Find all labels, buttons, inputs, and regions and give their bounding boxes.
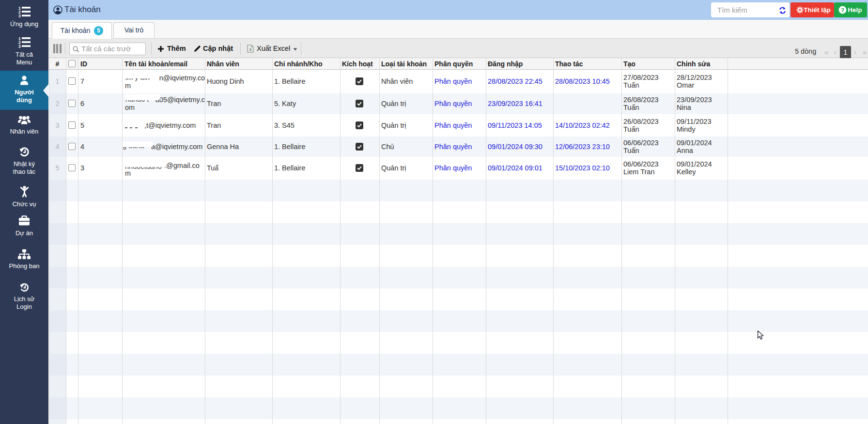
svg-text:?: ? [841,7,844,14]
svg-text:3: 3 [18,14,21,17]
svg-text:3: 3 [18,44,21,48]
svg-text:x: x [249,47,252,52]
